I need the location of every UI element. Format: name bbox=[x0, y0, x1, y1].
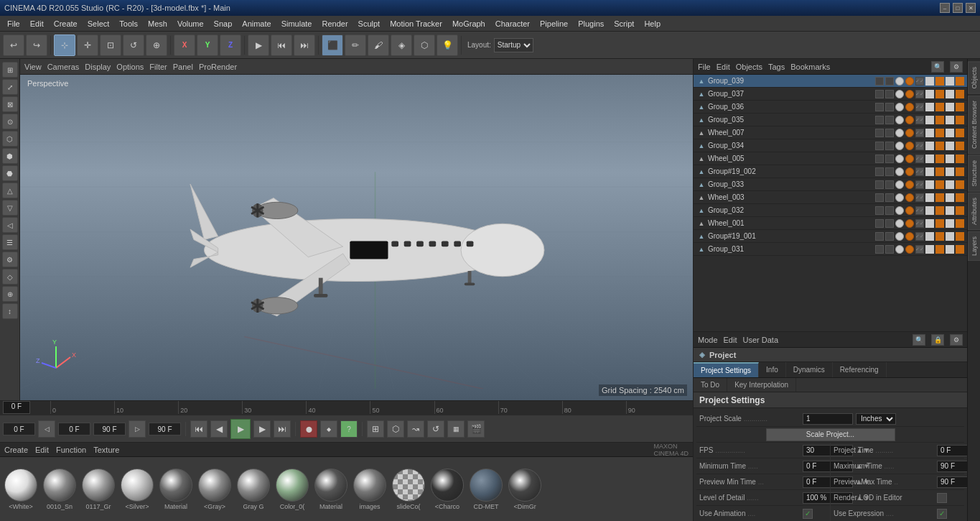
render-mode[interactable]: ⬡ bbox=[414, 34, 435, 56]
undo-button[interactable]: ↩ bbox=[3, 34, 24, 56]
om-row-11[interactable]: ▲Wheel_001 ✓✓ bbox=[694, 217, 967, 230]
timeline-max-field[interactable] bbox=[149, 423, 181, 435]
materials-create-tab[interactable]: Create bbox=[4, 446, 28, 454]
om-row-3[interactable]: ▲Group_035 ✓✓ bbox=[694, 114, 967, 126]
menu-simulate[interactable]: Simulate bbox=[277, 18, 317, 29]
render-lod-checkbox[interactable] bbox=[937, 493, 947, 503]
om-row-9[interactable]: ▲Wheel_003 ✓✓ bbox=[694, 191, 967, 204]
menu-mesh[interactable]: Mesh bbox=[144, 18, 172, 29]
menu-plugins[interactable]: Plugins bbox=[574, 18, 608, 29]
viewport-cameras-menu[interactable]: Cameras bbox=[47, 63, 80, 71]
material-item-11[interactable]: <Charco bbox=[429, 469, 465, 510]
help-btn[interactable]: ? bbox=[340, 420, 358, 438]
menu-sculpt[interactable]: Sculpt bbox=[354, 18, 385, 29]
minimize-button[interactable]: – bbox=[940, 3, 950, 13]
playback-control-2[interactable]: ⏮ bbox=[271, 34, 292, 56]
light-mode[interactable]: 💡 bbox=[437, 34, 458, 56]
viewport-display-menu[interactable]: Display bbox=[85, 63, 111, 71]
timeline-end-field[interactable] bbox=[93, 423, 126, 435]
menu-snap[interactable]: Snap bbox=[210, 18, 237, 29]
om-row-7[interactable]: ▲Group#19_002 ✓✓ bbox=[694, 165, 967, 178]
fps-btn[interactable]: ▦ bbox=[447, 420, 465, 438]
view-tool-12[interactable]: ⚙ bbox=[2, 252, 18, 267]
om-row-2[interactable]: ▲Group_036 ✓✓ bbox=[694, 101, 967, 114]
axis-x[interactable]: X bbox=[174, 34, 195, 56]
material-item-5[interactable]: <Gray> bbox=[197, 469, 233, 510]
menu-render[interactable]: Render bbox=[317, 18, 352, 29]
om-row-8[interactable]: ▲Group_033 ✓✓ bbox=[694, 178, 967, 191]
move-tool[interactable]: ✛ bbox=[77, 34, 98, 56]
view-tool-9[interactable]: ▽ bbox=[2, 200, 18, 216]
attr-tab-dynamics[interactable]: Dynamics bbox=[786, 362, 833, 377]
project-time-input[interactable] bbox=[937, 445, 967, 456]
preview-max-input[interactable] bbox=[937, 476, 967, 488]
view-tool-4[interactable]: ⊙ bbox=[2, 114, 18, 129]
sidebar-structure-tab[interactable]: Structure bbox=[968, 155, 981, 192]
view-tool-1[interactable]: ⊞ bbox=[2, 62, 18, 78]
project-scale-input[interactable] bbox=[803, 413, 853, 425]
material-item-6[interactable]: Gray G bbox=[235, 469, 271, 510]
viewport-panel-menu[interactable]: Panel bbox=[173, 63, 193, 71]
menu-volume[interactable]: Volume bbox=[173, 18, 208, 29]
record-btn[interactable]: ⬤ bbox=[300, 420, 317, 438]
materials-function-tab[interactable]: Function bbox=[56, 446, 86, 454]
select-tool[interactable]: ⊹ bbox=[54, 34, 75, 56]
om-row-13[interactable]: ▲Group_031 ✓✓ bbox=[694, 243, 967, 256]
use-expr-checkbox[interactable] bbox=[937, 509, 947, 519]
sidebar-layers-tab[interactable]: Layers bbox=[968, 231, 981, 261]
attr-tab-info[interactable]: Info bbox=[759, 362, 786, 377]
attr-subtab-todo[interactable]: To Do bbox=[694, 378, 727, 392]
go-start-btn[interactable]: ⏮ bbox=[190, 420, 207, 438]
om-bookmarks-menu[interactable]: Bookmarks bbox=[790, 63, 830, 71]
attr-userdata-menu[interactable]: User Data bbox=[743, 336, 779, 344]
sidebar-attributes-tab[interactable]: Attributes bbox=[968, 193, 981, 230]
om-objects-menu[interactable]: Objects bbox=[736, 63, 762, 71]
sidebar-content-browser-tab[interactable]: Content Browser bbox=[968, 96, 981, 154]
om-edit-menu[interactable]: Edit bbox=[717, 63, 730, 71]
view-tool-8[interactable]: △ bbox=[2, 183, 18, 198]
play-btn[interactable]: ▶ bbox=[230, 419, 251, 439]
paint-mode[interactable]: 🖌 bbox=[368, 34, 389, 56]
material-item-9[interactable]: images bbox=[352, 469, 388, 510]
om-row-4[interactable]: ▲Wheel_007 ✓✓ bbox=[694, 126, 967, 139]
view-tool-14[interactable]: ⊕ bbox=[2, 286, 18, 302]
axis-z[interactable]: Z bbox=[220, 34, 241, 56]
scale-tool[interactable]: ⊡ bbox=[100, 34, 121, 56]
attr-tab-referencing[interactable]: Referencing bbox=[833, 362, 887, 377]
material-item-3[interactable]: <Silver> bbox=[119, 469, 155, 510]
timeline-minus-btn[interactable]: ◁ bbox=[38, 420, 55, 438]
om-row-6[interactable]: ▲Wheel_005 ✓✓ bbox=[694, 152, 967, 165]
menu-animate[interactable]: Animate bbox=[238, 18, 275, 29]
step-back-btn[interactable]: ◀ bbox=[210, 420, 228, 438]
view-tool-13[interactable]: ◇ bbox=[2, 269, 18, 285]
viewport-options-menu[interactable]: Options bbox=[116, 63, 144, 71]
cube-mode[interactable]: ⬛ bbox=[322, 34, 343, 56]
menu-tools[interactable]: Tools bbox=[115, 18, 142, 29]
sidebar-objects-tab[interactable]: Objects bbox=[968, 62, 981, 94]
view-tool-15[interactable]: ↕ bbox=[2, 303, 18, 319]
om-search-btn[interactable]: 🔍 bbox=[931, 61, 944, 73]
menu-help[interactable]: Help bbox=[640, 18, 665, 29]
om-row-5[interactable]: ▲Group_034 ✓✓ bbox=[694, 139, 967, 152]
project-scale-unit[interactable]: Inches bbox=[856, 413, 896, 425]
view-tool-3[interactable]: ⊠ bbox=[2, 96, 18, 112]
rotate-tool[interactable]: ↺ bbox=[123, 34, 144, 56]
material-item-8[interactable]: Material bbox=[313, 469, 349, 510]
material-item-7[interactable]: Color_0( bbox=[274, 469, 310, 510]
material-item-13[interactable]: <DimGr bbox=[507, 469, 543, 510]
timeline-start-field[interactable] bbox=[3, 423, 35, 435]
loop-btn[interactable]: ↺ bbox=[427, 420, 444, 438]
om-file-menu[interactable]: File bbox=[698, 63, 711, 71]
menu-create[interactable]: Create bbox=[50, 18, 82, 29]
material-item-12[interactable]: CD-MET bbox=[468, 469, 504, 510]
playback-control[interactable]: ▶ bbox=[248, 34, 269, 56]
view-tool-2[interactable]: ⤢ bbox=[2, 79, 18, 95]
material-item-4[interactable]: Material bbox=[158, 469, 194, 510]
axis-y[interactable]: Y bbox=[197, 34, 218, 56]
cache-btn[interactable]: ⬡ bbox=[387, 420, 404, 438]
keyframe-btn[interactable]: ◆ bbox=[320, 420, 337, 438]
timeline-plus-btn[interactable]: ▷ bbox=[129, 420, 146, 438]
om-row-12[interactable]: ▲Group#19_001 ✓✓ bbox=[694, 230, 967, 243]
step-fwd-btn[interactable]: ▶ bbox=[253, 420, 271, 438]
om-row-1[interactable]: ▲Group_037 ✓✓ bbox=[694, 88, 967, 101]
